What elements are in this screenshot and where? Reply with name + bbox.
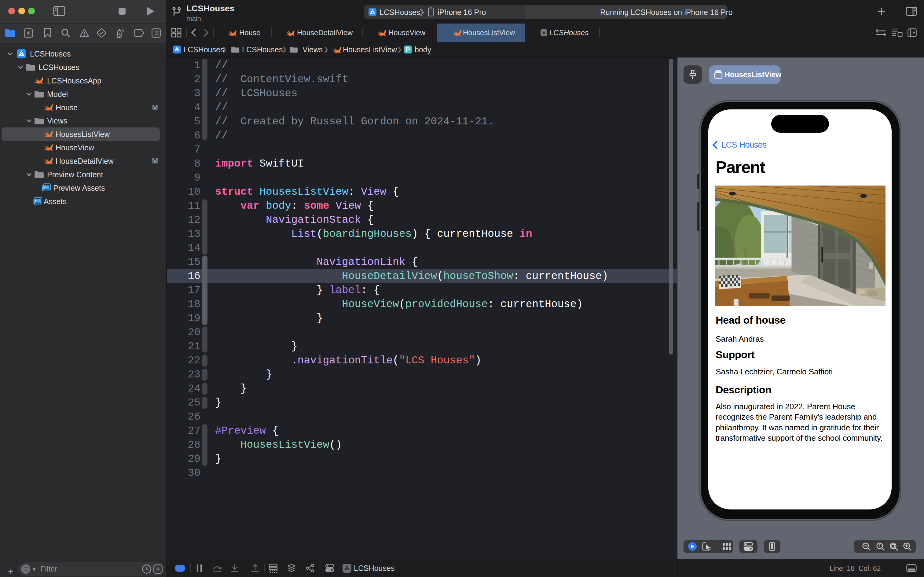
- svg-text:1: 1: [879, 543, 881, 548]
